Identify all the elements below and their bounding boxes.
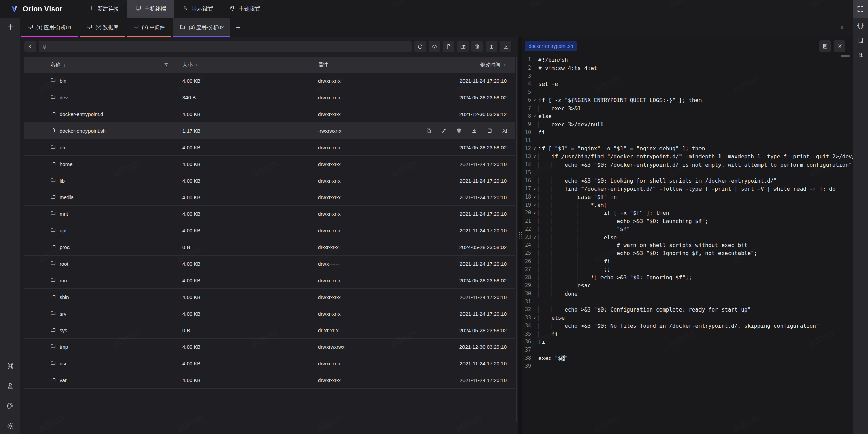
row-download-icon[interactable] bbox=[471, 128, 477, 134]
refresh-button[interactable] bbox=[414, 41, 426, 52]
table-row[interactable]: tmp4.00 KBdrwxrwxrwx2021-12-30 03:29:10 bbox=[24, 339, 515, 355]
table-row[interactable]: docker-entrypoint.d4.00 KBdrwxr-xr-x2021… bbox=[24, 106, 515, 122]
code-line: 3 bbox=[522, 72, 853, 80]
table-row[interactable]: root4.00 KBdrwx------2021-11-24 17:20:10 bbox=[24, 256, 515, 272]
sort-name-icon[interactable] bbox=[63, 62, 66, 68]
terminal-tab-2[interactable]: (2) 数据库 bbox=[80, 18, 125, 37]
back-button[interactable] bbox=[24, 41, 36, 52]
save-button[interactable] bbox=[819, 40, 831, 52]
table-row[interactable]: opt4.00 KBdrwxr-xr-x2021-11-24 17:20:10 bbox=[24, 222, 515, 239]
table-row[interactable]: etc4.00 KBdrwxr-xr-x2024-05-28 23:58:02 bbox=[24, 139, 515, 156]
download-button[interactable] bbox=[500, 41, 511, 52]
row-checkbox[interactable] bbox=[31, 128, 31, 134]
row-checkbox[interactable] bbox=[31, 144, 31, 151]
row-checkbox[interactable] bbox=[31, 310, 31, 317]
row-checkbox[interactable] bbox=[31, 177, 31, 184]
row-checkbox[interactable] bbox=[31, 161, 31, 167]
fold-chevron-icon[interactable]: ∨ bbox=[531, 314, 538, 322]
open-file-badge[interactable]: docker-entrypoint.sh bbox=[525, 41, 577, 51]
table-row[interactable]: media4.00 KBdrwxr-xr-x2021-11-24 17:20:1… bbox=[24, 189, 515, 206]
row-checkbox[interactable] bbox=[31, 227, 31, 234]
line-number: 25 bbox=[522, 249, 531, 258]
new-folder-button[interactable] bbox=[457, 41, 469, 52]
panel-resize-divider[interactable] bbox=[518, 37, 522, 434]
table-row[interactable]: lib4.00 KBdrwxr-xr-x2021-11-24 17:20:10 bbox=[24, 172, 515, 189]
path-input[interactable] bbox=[39, 41, 412, 52]
sort-size-icon[interactable] bbox=[195, 62, 199, 68]
row-checkbox[interactable] bbox=[31, 194, 31, 201]
sidebar-stamp-icon[interactable] bbox=[6, 382, 14, 390]
row-delete-icon[interactable] bbox=[456, 128, 462, 134]
row-checkbox[interactable] bbox=[31, 261, 31, 267]
close-editor-button[interactable] bbox=[834, 40, 845, 52]
row-checkbox[interactable] bbox=[31, 360, 31, 367]
sidebar-gear-icon[interactable] bbox=[6, 422, 14, 430]
fold-chevron-icon[interactable]: ∨ bbox=[531, 233, 538, 242]
upload-button[interactable] bbox=[486, 41, 497, 52]
row-checkbox[interactable] bbox=[31, 244, 31, 250]
fullscreen-button[interactable] bbox=[853, 0, 868, 18]
fold-chevron-icon[interactable]: ∨ bbox=[531, 201, 538, 209]
row-checkbox[interactable] bbox=[31, 111, 31, 117]
top-menu-item-0[interactable]: 新建连接 bbox=[80, 0, 127, 18]
table-row[interactable]: mnt4.00 KBdrwxr-xr-x2021-11-24 17:20:10 bbox=[24, 206, 515, 222]
fold-chevron-icon[interactable]: ∨ bbox=[531, 185, 538, 193]
select-all-checkbox[interactable] bbox=[31, 62, 31, 68]
line-number: 35 bbox=[522, 330, 531, 338]
sidebar-command-icon[interactable] bbox=[6, 362, 14, 370]
row-checkbox[interactable] bbox=[31, 294, 31, 300]
table-row[interactable]: home4.00 KBdrwxr-xr-x2021-11-24 17:20:10 bbox=[24, 156, 515, 172]
new-file-button[interactable] bbox=[443, 41, 454, 52]
row-copy-path-icon[interactable] bbox=[487, 128, 493, 134]
monitor-icon bbox=[135, 5, 141, 13]
table-row[interactable]: sbin4.00 KBdrwxr-xr-x2021-11-24 17:20:10 bbox=[24, 289, 515, 305]
row-checkbox[interactable] bbox=[31, 94, 31, 101]
row-checkbox[interactable] bbox=[31, 277, 31, 284]
row-checkbox[interactable] bbox=[31, 344, 31, 350]
fold-chevron-icon[interactable]: ∨ bbox=[531, 209, 538, 217]
fold-gutter bbox=[531, 249, 538, 258]
top-menu-item-3[interactable]: 主题设置 bbox=[221, 0, 269, 18]
fold-chevron-icon[interactable]: ∨ bbox=[531, 145, 538, 153]
table-row[interactable]: srv4.00 KBdrwxr-xr-x2021-11-24 17:20:10 bbox=[24, 305, 515, 322]
table-row[interactable]: var4.00 KBdrwxr-xr-x2021-11-24 17:20:10 bbox=[24, 372, 515, 389]
row-checkbox[interactable] bbox=[31, 327, 31, 334]
row-permission-icon[interactable] bbox=[502, 128, 508, 134]
top-menu-item-1[interactable]: 主机终端 bbox=[127, 0, 174, 18]
sort-time-icon[interactable] bbox=[503, 62, 507, 68]
table-row[interactable]: run4.00 KBdrwxr-xr-x2024-05-28 23:58:02 bbox=[24, 272, 515, 289]
fold-gutter bbox=[531, 258, 538, 266]
fold-chevron-icon[interactable]: ∨ bbox=[531, 193, 538, 201]
terminal-tab-4[interactable]: (4) 应用-分析02 bbox=[173, 18, 230, 37]
sort-vertical-icon[interactable] bbox=[857, 52, 864, 59]
braces-icon[interactable]: {} bbox=[857, 22, 864, 29]
table-row[interactable]: dev340 Bdrwxr-xr-x2024-05-28 23:58:02 bbox=[24, 89, 515, 106]
eye-button[interactable] bbox=[429, 41, 440, 52]
code-area[interactable]: 1#!/bin/sh2# vim:sw=4:ts=4:et34set -e56∨… bbox=[522, 56, 853, 370]
brand[interactable]: Orion Visor bbox=[0, 0, 62, 18]
sidebar-palette-icon[interactable] bbox=[6, 402, 14, 410]
table-row[interactable]: docker-entrypoint.sh1.17 KB-rwxrwxr-x bbox=[24, 122, 515, 139]
doc-bookmark-icon[interactable] bbox=[857, 37, 864, 44]
row-copy-icon[interactable] bbox=[426, 128, 432, 134]
terminal-tab-3[interactable]: (3) 中间件 bbox=[127, 18, 172, 37]
new-tab-button[interactable] bbox=[230, 18, 246, 37]
fold-chevron-icon[interactable]: ∨ bbox=[531, 112, 538, 120]
top-menu-item-2[interactable]: 显示设置 bbox=[174, 0, 221, 18]
close-panel-icon[interactable] bbox=[839, 18, 845, 37]
row-checkbox[interactable] bbox=[31, 78, 31, 84]
table-row[interactable]: bin4.00 KBdrwxr-xr-x2021-11-24 17:20:10 bbox=[24, 73, 515, 89]
table-row[interactable]: sys0 Bdr-xr-xr-x2024-05-28 23:58:02 bbox=[24, 322, 515, 339]
row-checkbox[interactable] bbox=[31, 377, 31, 383]
fold-chevron-icon[interactable]: ∨ bbox=[531, 153, 538, 161]
row-checkbox[interactable] bbox=[31, 211, 31, 217]
trash-button[interactable] bbox=[471, 41, 483, 52]
sidebar-plus-icon[interactable] bbox=[6, 23, 14, 31]
table-row[interactable]: proc0 Bdr-xr-xr-x2024-05-28 23:58:02 bbox=[24, 239, 515, 256]
fold-chevron-icon[interactable]: ∨ bbox=[531, 96, 538, 105]
terminal-tab-1[interactable]: (1) 应用-分析01 bbox=[21, 18, 78, 37]
filter-icon[interactable] bbox=[164, 62, 169, 68]
file-panel-scrollbar[interactable] bbox=[516, 57, 517, 422]
row-edit-icon[interactable] bbox=[441, 128, 447, 134]
table-row[interactable]: usr4.00 KBdrwxr-xr-x2021-11-24 17:20:10 bbox=[24, 355, 515, 372]
